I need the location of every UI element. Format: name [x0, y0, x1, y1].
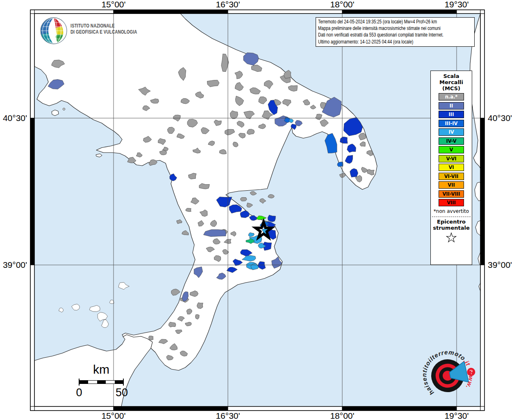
axis-label: 15°00' [101, 0, 125, 9]
axis-label: 19°30' [444, 0, 469, 9]
ingv-globe-icon [39, 16, 68, 45]
legend-items: n.a.*IIIIIIII-IVIVIV-VVV-VIVIVI-VIIVIIVI… [431, 93, 472, 206]
legend-item-v: V [439, 146, 464, 153]
scale-bar-segments [79, 380, 124, 384]
legend: Scala Mercalli (MCS) n.a.*IIIIIIII-IVIVI… [430, 71, 472, 265]
map-canvas: ? haisentitoilterremoto.it www. 15°00'15… [0, 0, 514, 420]
municipality-na [241, 197, 247, 201]
axis-label: 40°30' [3, 113, 27, 123]
municipality-intensity-III [268, 215, 275, 222]
legend-title-line: (MCS) [431, 85, 472, 91]
legend-item-iii: III [439, 111, 464, 118]
frame-segment [114, 10, 228, 14]
legend-item-iv: IV [439, 128, 464, 136]
frame-segment [457, 406, 480, 411]
axis-label: 16°30' [216, 0, 240, 9]
frame-segment [30, 406, 34, 411]
legend-title: Scala Mercalli (MCS) [431, 73, 472, 91]
legend-item-vii: VII [439, 181, 464, 189]
legend-item-vi: VI [439, 164, 464, 171]
frame-segment [342, 10, 457, 14]
island-procida [63, 108, 65, 110]
axis-label: 19°30' [444, 411, 469, 420]
frame-segment [30, 118, 34, 265]
legend-epicenter-line: Epicentro [431, 219, 472, 225]
epicenter-star-legend-icon [445, 232, 457, 244]
frame-segment [480, 406, 484, 411]
legend-footnote: *non avvertito [431, 208, 472, 214]
legend-item-viiviii: VII-VIII [439, 190, 464, 198]
frame-segment [114, 406, 228, 411]
axis-label: 18°00' [330, 0, 354, 9]
ingv-name-line2: DI GEOFISICA E VULCANOLOGIA [71, 29, 137, 35]
frame-segment [34, 406, 114, 411]
frame-segment [30, 10, 34, 14]
legend-epicenter-label: Epicentro strumentale [431, 219, 472, 231]
info-line-event: Terremoto del 24-05-2024 19:35:25 (ora l… [318, 18, 435, 25]
frame-segment [228, 10, 342, 14]
axis-label: 15°00' [101, 411, 125, 420]
axis-label: 40°30' [488, 113, 512, 123]
frame-segment [480, 14, 484, 118]
scale-unit: km [80, 363, 123, 377]
legend-item-ivv: IV-V [439, 137, 464, 145]
info-line-map: Mappa preliminare delle intensità macros… [318, 25, 435, 32]
ingv-name-line1: ISTITUTO NAZIONALE [71, 23, 137, 29]
frame-segment [480, 118, 484, 265]
frame-segment [457, 10, 480, 14]
legend-title-line: Scala [431, 73, 472, 79]
legend-item-iiiiv: III-IV [439, 120, 464, 127]
frame-segment [228, 406, 342, 411]
municipality-na [197, 303, 203, 309]
earthquake-info-box: Terremoto del 24-05-2024 19:35:25 (ora l… [316, 17, 475, 47]
municipality-na [186, 208, 191, 212]
municipality-na [169, 322, 176, 327]
scale-label-start: 0 [70, 386, 88, 399]
frame-segment [30, 14, 34, 118]
frame-segment [480, 265, 484, 406]
legend-item-vvi: V-VI [439, 155, 464, 162]
info-line-update: Ultimo aggiornamento: 14-12-2025 04:44 (… [318, 39, 435, 45]
frame-segment [342, 406, 457, 411]
legend-item-vivii: VI-VII [439, 173, 464, 180]
scale-tick-start [79, 379, 80, 386]
legend-epicenter-line: strumentale [431, 225, 472, 231]
info-line-data: Dati non verificati estratti da 553 ques… [318, 32, 435, 38]
scale-tick-end [123, 379, 124, 386]
municipality-na [207, 80, 219, 87]
axis-label: 16°30' [216, 411, 240, 420]
ingv-logo: ISTITUTO NAZIONALE DI GEOFISICA E VULCAN… [39, 16, 171, 47]
legend-divider [432, 217, 471, 217]
axis-label: 39°00' [3, 260, 27, 269]
legend-item-viii: VIII [439, 199, 464, 206]
axis-label: 18°00' [330, 411, 354, 420]
frame-segment [34, 10, 114, 14]
municipality-na [149, 336, 153, 340]
scale-label-end: 50 [113, 386, 131, 399]
legend-title-line: Mercalli [431, 79, 472, 85]
legend-item-na: n.a.* [439, 93, 464, 100]
frame-segment [30, 265, 34, 406]
axis-label: 39°00' [488, 260, 512, 269]
frame-segment [480, 10, 484, 14]
legend-item-ii: II [439, 102, 464, 110]
legend-star [431, 232, 472, 245]
